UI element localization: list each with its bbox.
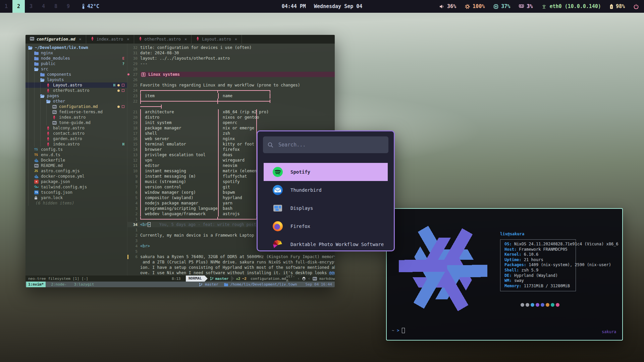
tree-item-yarn.lock[interactable]: yarn.lock bbox=[25, 195, 127, 200]
heading-text: Linux systems bbox=[148, 72, 180, 77]
line-text: ove. I use Nix when I need software with… bbox=[140, 270, 329, 275]
indent-guide bbox=[28, 163, 34, 168]
battery-module[interactable]: 98% bbox=[610, 3, 625, 9]
tree-item-label: node_modules bbox=[41, 56, 70, 61]
power-module[interactable] bbox=[634, 4, 639, 9]
fetch-info-key: Packages: bbox=[504, 262, 526, 267]
tree-item-package.json[interactable]: npackage.json bbox=[25, 179, 127, 184]
tree-item-src[interactable]: src bbox=[25, 66, 127, 72]
heading-level-icon: 1 bbox=[141, 72, 146, 77]
tree-item-layouts[interactable]: layouts bbox=[25, 77, 127, 82]
terminal-color-dot bbox=[531, 303, 534, 307]
tree-item-tone-guide.md[interactable]: tone-guide.md bbox=[25, 120, 127, 125]
tree-item-fediverse-terms.md[interactable]: fediverse-terms.md bbox=[25, 109, 127, 115]
tab-otherPost.astro[interactable]: otherPost.astro× bbox=[134, 35, 192, 44]
tree-item-public[interactable]: public? bbox=[25, 61, 127, 66]
tab-index.astro[interactable]: index.astro× bbox=[86, 35, 134, 44]
workspace-1[interactable]: 1 bbox=[0, 0, 12, 13]
close-tab-icon[interactable]: × bbox=[184, 37, 187, 42]
tree-item-docker-compose.yml[interactable]: docker-compose.yml bbox=[25, 174, 127, 179]
line-number: 2 bbox=[129, 233, 138, 238]
folder-open-icon bbox=[34, 67, 40, 71]
workspace-4[interactable]: 4 bbox=[37, 0, 50, 13]
line-number: 12 bbox=[129, 158, 138, 163]
tree-item-~/Development/liv.town[interactable]: ~/Development/liv.town bbox=[25, 45, 127, 50]
workspace-9[interactable]: 9 bbox=[62, 0, 74, 13]
tree-item-env.d.ts[interactable]: TSenv.d.ts bbox=[25, 152, 127, 158]
file-tree[interactable]: ~/Development/liv.townnginxnode_modulesE… bbox=[25, 44, 127, 276]
workspace-8[interactable]: 8 bbox=[50, 0, 62, 13]
folder-icon bbox=[224, 283, 228, 286]
tree-item-label: contact.astro bbox=[53, 131, 85, 136]
workspace-2[interactable]: 2 bbox=[12, 0, 25, 13]
tree-item-Layout.astro[interactable]: Layout.astroH bbox=[25, 82, 127, 88]
tree-item-tsconfig.json[interactable]: TStsconfig.json bbox=[25, 190, 127, 195]
volume-module[interactable]: 36% bbox=[439, 3, 456, 9]
tmux-window-3:lazygit[interactable]: 3:lazygit bbox=[72, 282, 96, 287]
tree-item-config.ts[interactable]: TSconfig.ts bbox=[25, 147, 127, 152]
indent-guide bbox=[40, 82, 46, 88]
fetch-info-frame: OS: NixOS 24.11.20240828.71e91c4 (Vicuna… bbox=[500, 239, 576, 291]
tab-configuration.md[interactable]: configuration.md× bbox=[25, 35, 86, 44]
fetch-terminal-window[interactable]: liv@sakura OS: NixOS 24.11.20240828.71e9… bbox=[386, 208, 623, 341]
tab-Layout.astro[interactable]: Layout.astro× bbox=[192, 35, 242, 44]
table-cell-name: doas bbox=[218, 152, 257, 158]
tree-item-garden.astro[interactable]: garden.astro bbox=[25, 136, 127, 141]
memory-module[interactable]: 3% bbox=[519, 3, 533, 9]
workspace-3[interactable]: 3 bbox=[25, 0, 37, 13]
tree-item-other[interactable]: other bbox=[25, 99, 127, 104]
tmux-window-2:node-[interactable]: 2:node- bbox=[49, 282, 68, 287]
tree-item-balcony.astro[interactable]: balcony.astro bbox=[25, 125, 127, 131]
table-cell-item: version control bbox=[140, 184, 218, 190]
tree-item-astro.config.mjs[interactable]: JSastro.config.mjs bbox=[25, 168, 127, 174]
brightness-module[interactable]: 100% bbox=[465, 3, 485, 9]
tree-item-README.md[interactable]: README.md bbox=[25, 163, 127, 168]
git-status-square bbox=[122, 105, 124, 108]
markdown-icon bbox=[52, 110, 58, 114]
tree-item-pages[interactable]: pages bbox=[25, 93, 127, 99]
network-module[interactable]: eth0 (10.0.0.140) bbox=[541, 3, 601, 9]
table-border bbox=[140, 217, 257, 222]
fetch-info: liv@sakura OS: NixOS 24.11.20240828.71e9… bbox=[500, 232, 576, 291]
shell-prompt[interactable]: ~ > bbox=[392, 328, 405, 333]
table-cell-item: init system bbox=[140, 120, 218, 125]
cpu-module[interactable]: 37% bbox=[493, 3, 510, 9]
launcher-item-Darktable Photo Workflow Software[interactable]: Darktable Photo Workflow Software bbox=[264, 235, 388, 251]
line-text: layout: ../../layouts/otherPost.astro bbox=[140, 56, 230, 61]
table-cell-name: neovim bbox=[218, 163, 257, 168]
npm-icon: n bbox=[34, 180, 40, 184]
tree-item-index.astro[interactable]: index.astro bbox=[25, 115, 127, 120]
tree-item-index.astro[interactable]: index.astroH bbox=[25, 141, 127, 147]
tree-item-nginx[interactable]: nginx bbox=[25, 50, 127, 56]
close-tab-icon[interactable]: × bbox=[79, 37, 82, 42]
tree-item-otherPost.astro[interactable]: otherPost.astro bbox=[25, 88, 127, 93]
tree-item-node_modules[interactable]: node_modulesE bbox=[25, 56, 127, 61]
tree-item-components[interactable]: components bbox=[25, 72, 127, 77]
close-tab-icon[interactable]: × bbox=[127, 37, 129, 42]
tree-item-(6 hidden items)[interactable]: (6 hidden items) bbox=[25, 200, 127, 206]
fetch-info-key: Kernel: bbox=[504, 252, 522, 257]
buffer-line: 31date: 2024-08-30 bbox=[127, 50, 335, 56]
launcher-item-Spotify[interactable]: Spotify bbox=[264, 163, 388, 181]
memory-value: 3% bbox=[527, 3, 533, 9]
table-cell-item: browser bbox=[140, 147, 218, 152]
editor-tabbar: configuration.md×index.astro×otherPost.a… bbox=[25, 35, 335, 44]
astro-icon bbox=[46, 126, 52, 130]
astro-icon bbox=[91, 37, 94, 42]
buffer-line: 28 bbox=[127, 66, 335, 72]
search-input[interactable] bbox=[263, 136, 388, 153]
tree-item-Dockerfile[interactable]: Dockerfile bbox=[25, 158, 127, 163]
temperature-module[interactable]: 42°C bbox=[82, 3, 99, 9]
segment-separator bbox=[231, 276, 234, 282]
app-launcher[interactable]: SpotifyThunderbirdDisplaysFirefoxDarktab… bbox=[257, 130, 395, 251]
search-icon bbox=[268, 142, 273, 149]
tree-item-tailwind.config.mjs[interactable]: tailwind.config.mjs bbox=[25, 184, 127, 190]
launcher-item-Displays[interactable]: Displays bbox=[264, 199, 388, 217]
tree-item-contact.astro[interactable]: contact.astro bbox=[25, 131, 127, 136]
tmux-window-1:nvim*[interactable]: 1:nvim* bbox=[26, 282, 46, 287]
launcher-item-Thunderbird[interactable]: Thunderbird bbox=[264, 181, 388, 199]
close-tab-icon[interactable]: × bbox=[235, 37, 237, 42]
cpu-icon bbox=[493, 4, 498, 9]
tree-item-configuration.md[interactable]: configuration.md bbox=[25, 104, 127, 109]
launcher-item-Firefox[interactable]: Firefox bbox=[264, 217, 388, 235]
